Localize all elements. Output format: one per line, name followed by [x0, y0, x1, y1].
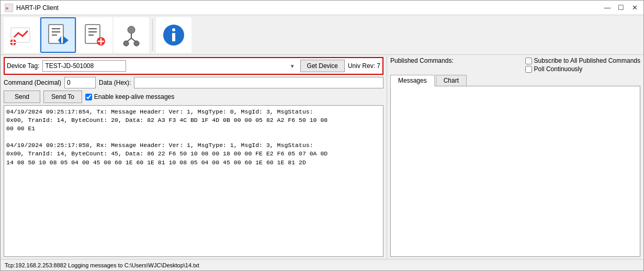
get-device-button[interactable]: Get Device: [300, 60, 345, 72]
status-text: Tcp:192.168.2.253:8882 Logging messages …: [5, 262, 199, 268]
device-tag-label: Device Tag:: [7, 62, 39, 70]
device-tag-row: Device Tag: ▼ Get Device Univ Rev: 7: [4, 57, 383, 75]
left-panel: Device Tag: ▼ Get Device Univ Rev: 7 Com…: [1, 55, 387, 259]
minimize-button[interactable]: —: [603, 3, 612, 13]
toolbar-connect-button[interactable]: [4, 17, 39, 53]
connect-icon: [9, 22, 34, 48]
univ-rev-label: Univ Rev: 7: [348, 62, 380, 70]
svg-point-24: [134, 41, 139, 46]
svg-point-26: [172, 28, 175, 31]
toolbar-write-button[interactable]: [77, 17, 112, 53]
write-icon: [82, 22, 107, 48]
title-bar: ≈ HART-IP Client — ☐ ✕: [1, 1, 643, 15]
subscribe-all-row: Subscribe to All Published Commands: [525, 57, 640, 64]
tab-messages[interactable]: Messages: [390, 75, 435, 86]
title-bar-left: ≈ HART-IP Client: [5, 4, 59, 12]
send-button[interactable]: Send: [4, 91, 40, 103]
close-button[interactable]: ✕: [630, 3, 639, 13]
device-icon: [119, 22, 144, 48]
button-row: Send Send To Enable keep-alive messages: [4, 91, 383, 103]
info-icon: [161, 22, 186, 48]
send-to-button[interactable]: Send To: [43, 91, 82, 103]
command-label: Command (Decimal): [4, 79, 61, 86]
right-panel: Published Commands: Subscribe to All Pub…: [387, 55, 643, 259]
toolbar: [1, 15, 643, 55]
published-checkboxes: Subscribe to All Published Commands Poll…: [525, 57, 640, 73]
device-tag-select-wrapper: ▼: [42, 60, 297, 72]
data-hex-label: Data (Hex):: [99, 79, 131, 86]
app-title: HART-IP Client: [16, 4, 59, 12]
status-bar: Tcp:192.168.2.253:8882 Logging messages …: [1, 259, 643, 270]
svg-point-19: [128, 26, 135, 33]
svg-marker-10: [63, 36, 69, 44]
poll-continuously-checkbox[interactable]: [525, 66, 532, 73]
keepalive-checkbox[interactable]: [85, 94, 92, 100]
toolbar-separator: [152, 19, 153, 51]
poll-continuously-label: Poll Continuously: [534, 65, 583, 73]
svg-point-23: [123, 41, 129, 46]
app-icon: ≈: [5, 4, 13, 12]
title-bar-controls: — ☐ ✕: [603, 3, 639, 13]
subscribe-all-checkbox[interactable]: [525, 58, 532, 64]
poll-continuously-row: Poll Continuously: [525, 65, 640, 73]
tab-bar: Messages Chart: [390, 75, 640, 86]
command-input[interactable]: [64, 77, 96, 88]
toolbar-info-button[interactable]: [156, 17, 191, 53]
tab-chart[interactable]: Chart: [436, 75, 467, 86]
published-header: Published Commands: Subscribe to All Pub…: [390, 57, 640, 73]
device-tag-input[interactable]: [42, 60, 126, 72]
dropdown-arrow-icon: ▼: [290, 63, 295, 69]
toolbar-read-button[interactable]: [40, 17, 76, 53]
published-commands-label: Published Commands:: [390, 57, 454, 64]
keepalive-label: Enable keep-alive messages: [94, 93, 174, 100]
main-content: Device Tag: ▼ Get Device Univ Rev: 7 Com…: [1, 55, 643, 259]
maximize-button[interactable]: ☐: [616, 3, 626, 13]
subscribe-all-label: Subscribe to All Published Commands: [534, 57, 640, 64]
data-hex-input[interactable]: [134, 77, 383, 88]
tab-content-messages: [390, 86, 640, 257]
command-row: Command (Decimal) Data (Hex):: [4, 77, 383, 88]
message-log: 04/19/2024 09:25:17:854, Tx: Message Hea…: [4, 105, 383, 257]
svg-rect-27: [172, 33, 175, 41]
toolbar-device-button[interactable]: [114, 17, 149, 53]
svg-text:≈: ≈: [6, 6, 8, 11]
read-icon: [46, 22, 71, 48]
keepalive-wrap: Enable keep-alive messages: [85, 93, 174, 100]
